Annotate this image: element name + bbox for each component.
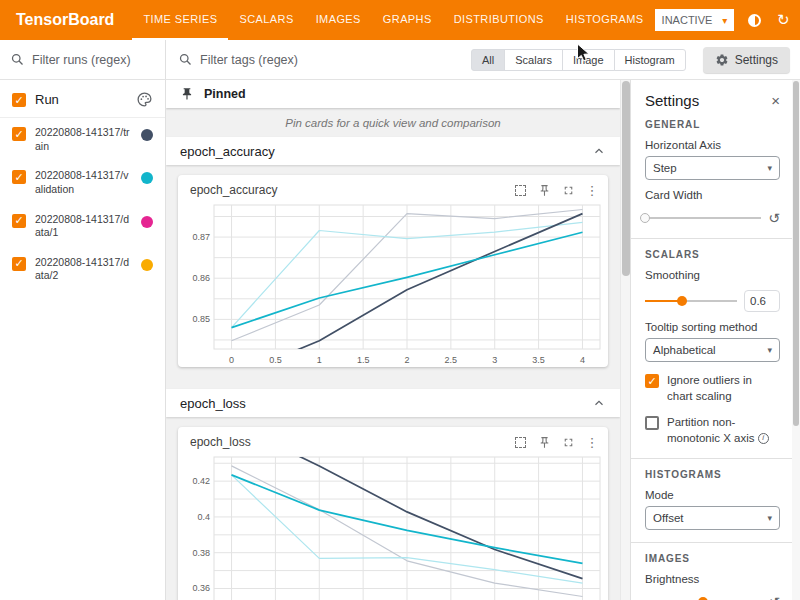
partition-x-axis-checkbox[interactable] (645, 416, 659, 430)
pin-icon (538, 184, 551, 197)
ignore-outliers-checkbox-row[interactable]: ✓ Ignore outliers in chart scaling (645, 373, 780, 404)
checkbox-label: Partition non-monotonic X axisi (667, 415, 780, 446)
run-name: 20220808-141317/data/1 (35, 213, 132, 240)
status-dropdown[interactable]: INACTIVE ▾ (655, 9, 735, 31)
smoothing-row: 0.6 (645, 290, 780, 312)
run-checkbox[interactable]: ✓ (12, 214, 26, 228)
tag-chip-image[interactable]: Image (562, 49, 615, 71)
tab-time-series[interactable]: TIME SERIES (132, 0, 228, 40)
svg-text:0: 0 (229, 355, 234, 365)
histograms-heading: HISTOGRAMS (645, 469, 780, 480)
card-title: epoch_accuracy (190, 183, 510, 197)
ignore-outliers-checkbox[interactable]: ✓ (645, 374, 659, 388)
settings-button[interactable]: Settings (703, 47, 790, 73)
tag-chip-histogram[interactable]: Histogram (614, 49, 686, 71)
svg-text:2: 2 (404, 355, 409, 365)
scrollbar-thumb[interactable] (793, 81, 799, 426)
fit-data-icon (515, 185, 526, 196)
run-list-item[interactable]: ✓20220808-141317/train (0, 118, 165, 161)
more-vert-icon: ⋮ (586, 435, 599, 450)
info-icon[interactable]: i (758, 433, 769, 444)
run-list-item[interactable]: ✓20220808-141317/data/1 (0, 205, 165, 248)
epoch-accuracy-chart[interactable]: 00.511.522.533.540.850.860.87 (178, 199, 608, 367)
palette-icon[interactable] (136, 91, 153, 108)
runs-filter-input[interactable] (32, 53, 152, 67)
svg-text:1.5: 1.5 (357, 355, 370, 365)
settings-scrollbar[interactable] (792, 80, 800, 600)
card-width-slider[interactable] (645, 212, 761, 224)
tab-distributions[interactable]: DISTRIBUTIONS (443, 0, 555, 40)
brightness-row: ↺ (645, 594, 780, 600)
run-list-item[interactable]: ✓20220808-141317/data/2 (0, 248, 165, 291)
tag-chip-all[interactable]: All (471, 49, 505, 71)
contrast-icon (748, 14, 761, 27)
brightness-label: Brightness (645, 573, 780, 585)
run-color-dot (141, 259, 153, 271)
select-value: Alphabetical (653, 344, 716, 356)
tooltip-sorting-label: Tooltip sorting method (645, 321, 780, 333)
scrollbar-thumb[interactable] (622, 81, 630, 276)
main-tabs: TIME SERIESSCALARSIMAGESGRAPHSDISTRIBUTI… (132, 0, 654, 40)
pin-card-button[interactable] (534, 433, 554, 451)
scalars-heading: SCALARS (645, 249, 780, 260)
run-list-item[interactable]: ✓20220808-141317/validation (0, 161, 165, 204)
fullscreen-button[interactable] (558, 433, 578, 451)
brightness-slider[interactable] (645, 596, 761, 600)
svg-text:0.85: 0.85 (192, 314, 210, 324)
card-wrap: epoch_loss ⋮ 00.511.522.533.540.360.380.… (166, 417, 620, 600)
checkbox-label: Ignore outliers in chart scaling (667, 373, 780, 404)
svg-text:2.5: 2.5 (445, 355, 458, 365)
tooltip-sorting-select[interactable]: Alphabetical ▾ (645, 338, 780, 362)
partition-x-axis-checkbox-row[interactable]: Partition non-monotonic X axisi (645, 415, 780, 446)
run-color-dot (141, 172, 153, 184)
svg-text:3: 3 (492, 355, 497, 365)
smoothing-input[interactable]: 0.6 (744, 290, 780, 312)
fullscreen-button[interactable] (558, 181, 578, 199)
reset-icon[interactable]: ↺ (768, 210, 780, 226)
smoothing-slider[interactable] (645, 295, 737, 307)
general-heading: GENERAL (645, 119, 780, 130)
run-checkbox[interactable]: ✓ (12, 257, 26, 271)
tab-images[interactable]: IMAGES (305, 0, 372, 40)
fit-to-data-button[interactable] (510, 433, 530, 451)
close-icon[interactable]: × (771, 92, 780, 109)
chevron-down-icon: ▾ (767, 163, 772, 173)
run-checkbox[interactable]: ✓ (12, 170, 26, 184)
fit-to-data-button[interactable] (510, 181, 530, 199)
card-header: epoch_loss ⋮ (178, 427, 608, 451)
images-heading: IMAGES (645, 553, 780, 564)
pin-card-button[interactable] (534, 181, 554, 199)
tab-histograms[interactable]: HISTOGRAMS (555, 0, 655, 40)
collapse-chevron-icon[interactable] (592, 396, 606, 410)
main-scrollbar[interactable] (620, 80, 630, 600)
tab-scalars[interactable]: SCALARS (228, 0, 304, 40)
horizontal-axis-label: Horizontal Axis (645, 139, 780, 151)
card-wrap: epoch_accuracy ⋮ 00.511.522.533.540.850.… (166, 165, 620, 377)
slider-thumb[interactable] (640, 213, 650, 223)
horizontal-axis-select[interactable]: Step ▾ (645, 156, 780, 180)
refresh-button[interactable]: ↻ (774, 11, 792, 29)
reset-icon[interactable]: ↺ (768, 594, 780, 600)
collapse-chevron-icon[interactable] (592, 144, 606, 158)
tags-filter-input[interactable] (200, 53, 320, 67)
run-name: 20220808-141317/validation (35, 169, 132, 196)
more-options-button[interactable]: ⋮ (582, 181, 602, 199)
svg-text:1: 1 (317, 355, 322, 365)
tag-chip-scalars[interactable]: Scalars (504, 49, 563, 71)
app-title: TensorBoard (0, 11, 132, 29)
epoch-loss-chart[interactable]: 00.511.522.533.540.360.380.40.42 (178, 451, 608, 600)
tab-graphs[interactable]: GRAPHS (372, 0, 443, 40)
theme-toggle-button[interactable] (745, 11, 763, 29)
histogram-mode-select[interactable]: Offset ▾ (645, 506, 780, 530)
tensorboard-app: TensorBoard TIME SERIESSCALARSIMAGESGRAP… (0, 0, 800, 600)
tags-toolbar: AllScalarsImageHistogram Settings (166, 40, 800, 79)
svg-text:4: 4 (580, 355, 585, 365)
svg-text:0.4: 0.4 (197, 512, 210, 522)
more-options-button[interactable]: ⋮ (582, 433, 602, 451)
run-select-all-checkbox[interactable]: ✓ (12, 93, 26, 107)
cards-area: Pinned Pin cards for a quick view and co… (166, 80, 620, 600)
slider-thumb[interactable] (677, 296, 687, 306)
run-checkbox[interactable]: ✓ (12, 127, 26, 141)
smoothing-label: Smoothing (645, 269, 780, 281)
pin-icon (180, 87, 194, 101)
